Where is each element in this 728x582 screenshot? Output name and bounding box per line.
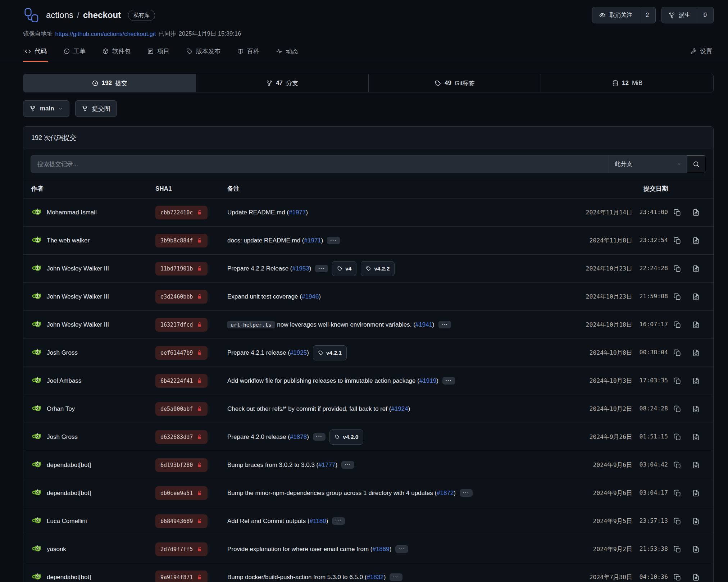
version-tag-button[interactable]: v4.2.1 (313, 345, 347, 360)
copy-sha-button[interactable] (670, 570, 684, 582)
expand-commit-button[interactable]: ··· (315, 265, 328, 272)
issue-link[interactable]: #1925 (290, 349, 307, 356)
issue-link[interactable]: #1941 (415, 321, 432, 328)
view-file-at-commit-button[interactable] (689, 262, 703, 276)
expand-commit-button[interactable]: ··· (460, 489, 473, 497)
view-file-at-commit-button[interactable] (689, 318, 703, 332)
view-file-at-commit-button[interactable] (689, 290, 703, 304)
expand-commit-button[interactable]: ··· (341, 461, 354, 469)
commit-sha-badge[interactable]: 163217dfcd (155, 318, 208, 332)
commit-author[interactable]: John Wesley Walker III (47, 321, 109, 328)
commit-author[interactable]: Joel Ambass (47, 377, 81, 385)
copy-sha-button[interactable] (670, 458, 684, 472)
commit-graph-button[interactable]: 提交图 (75, 100, 117, 117)
issue-link[interactable]: #1971 (304, 237, 321, 244)
copy-sha-button[interactable] (670, 233, 684, 248)
commit-author[interactable]: Orhan Toy (47, 405, 75, 413)
tab-projects[interactable]: 项目 (146, 45, 171, 62)
fork-button[interactable]: 派生 0 (661, 7, 714, 23)
commit-sha-badge[interactable]: 3b9b8c884f (155, 234, 208, 247)
issue-link[interactable]: #1924 (391, 405, 408, 412)
commit-sha-badge[interactable]: db0cee9a51 (155, 486, 208, 500)
stat-size[interactable]: 12 MiB (541, 74, 713, 92)
commit-sha-badge[interactable]: 2d7d9f7ff5 (155, 542, 208, 556)
copy-sha-button[interactable] (670, 346, 684, 360)
commit-author[interactable]: Josh Gross (47, 433, 78, 441)
commit-search-button[interactable] (687, 155, 706, 173)
commit-sha-badge[interactable]: eef61447b9 (155, 346, 208, 360)
mirror-url-link[interactable]: https://github.com/actions/checkout.git (55, 31, 156, 37)
issue-link[interactable]: #1180 (310, 518, 326, 524)
commit-sha-badge[interactable]: de5a000abf (155, 402, 208, 416)
version-tag-button[interactable]: v4.2.0 (329, 429, 363, 445)
commit-author[interactable]: John Wesley Walker III (47, 265, 109, 272)
repo-name-link[interactable]: checkout (83, 10, 121, 20)
copy-sha-button[interactable] (670, 486, 684, 500)
copy-sha-button[interactable] (670, 374, 684, 388)
commit-author[interactable]: dependabot[bot] (47, 490, 91, 497)
commit-author[interactable]: Mohammad Ismail (47, 209, 97, 216)
copy-sha-button[interactable] (670, 402, 684, 416)
view-file-at-commit-button[interactable] (689, 430, 703, 444)
fork-count[interactable]: 0 (697, 7, 713, 23)
commit-sha-badge[interactable]: d632683dd7 (155, 430, 208, 444)
copy-sha-button[interactable] (670, 514, 684, 528)
stat-branches[interactable]: 47 分支 (196, 74, 368, 92)
commit-author[interactable]: dependabot[bot] (47, 461, 91, 469)
commit-author[interactable]: Josh Gross (47, 349, 78, 356)
issue-link[interactable]: #1977 (289, 209, 306, 216)
view-file-at-commit-button[interactable] (689, 346, 703, 360)
repo-owner-link[interactable]: actions (46, 10, 73, 20)
tab-settings[interactable]: 设置 (688, 45, 714, 62)
commit-sha-badge[interactable]: e3d2460bbb (155, 290, 208, 304)
commit-sha-badge[interactable]: 11bd71901b (155, 262, 208, 276)
expand-commit-button[interactable]: ··· (442, 377, 455, 385)
expand-commit-button[interactable]: ··· (313, 433, 326, 441)
expand-commit-button[interactable]: ··· (395, 545, 408, 553)
tab-issues[interactable]: 工单 (62, 45, 87, 62)
stat-commits[interactable]: 192 提交 (23, 74, 196, 92)
unwatch-button[interactable]: 取消关注 2 (592, 7, 656, 23)
copy-sha-button[interactable] (670, 205, 684, 220)
issue-link[interactable]: #1878 (290, 433, 307, 440)
issue-link[interactable]: #1946 (302, 293, 319, 300)
view-file-at-commit-button[interactable] (689, 514, 703, 528)
expand-commit-button[interactable]: ··· (438, 321, 451, 328)
commit-sha-badge[interactable]: 9a9194f871 (155, 570, 208, 582)
commit-author[interactable]: John Wesley Walker III (47, 293, 109, 300)
commit-search-input[interactable] (31, 155, 609, 173)
view-file-at-commit-button[interactable] (689, 233, 703, 248)
tab-code[interactable]: 代码 (23, 45, 48, 62)
issue-link[interactable]: #1869 (372, 546, 389, 553)
view-file-at-commit-button[interactable] (689, 486, 703, 500)
issue-link[interactable]: #1953 (292, 265, 309, 272)
commit-author[interactable]: The web walker (47, 237, 90, 244)
issue-link[interactable]: #1832 (367, 574, 383, 581)
tab-wiki[interactable]: 百科 (236, 45, 261, 62)
view-file-at-commit-button[interactable] (689, 402, 703, 416)
version-tag-button[interactable]: v4 (332, 261, 356, 276)
branch-scope-dropdown[interactable]: 此分支 (609, 155, 687, 173)
tab-activity[interactable]: 动态 (274, 45, 300, 62)
branch-selector[interactable]: main (23, 100, 69, 117)
commit-author[interactable]: Luca Comellini (47, 518, 87, 525)
expand-commit-button[interactable]: ··· (327, 237, 340, 244)
copy-sha-button[interactable] (670, 542, 684, 556)
view-file-at-commit-button[interactable] (689, 542, 703, 556)
watch-count[interactable]: 2 (639, 7, 655, 23)
copy-sha-button[interactable] (670, 262, 684, 276)
issue-link[interactable]: #1872 (437, 490, 454, 496)
issue-link[interactable]: #1919 (419, 377, 436, 384)
commit-sha-badge[interactable]: 6b42224f41 (155, 374, 208, 388)
copy-sha-button[interactable] (670, 318, 684, 332)
tab-releases[interactable]: 版本发布 (185, 45, 222, 62)
commit-sha-badge[interactable]: 6d193bf280 (155, 458, 208, 472)
stat-tags[interactable]: 49 Git标签 (368, 74, 541, 92)
view-file-at-commit-button[interactable] (689, 570, 703, 582)
view-file-at-commit-button[interactable] (689, 374, 703, 388)
commit-sha-badge[interactable]: b684943689 (155, 514, 208, 528)
commit-sha-badge[interactable]: cbb722410c (155, 206, 208, 219)
view-file-at-commit-button[interactable] (689, 205, 703, 220)
expand-commit-button[interactable]: ··· (390, 573, 402, 581)
tab-packages[interactable]: 软件包 (101, 45, 132, 62)
